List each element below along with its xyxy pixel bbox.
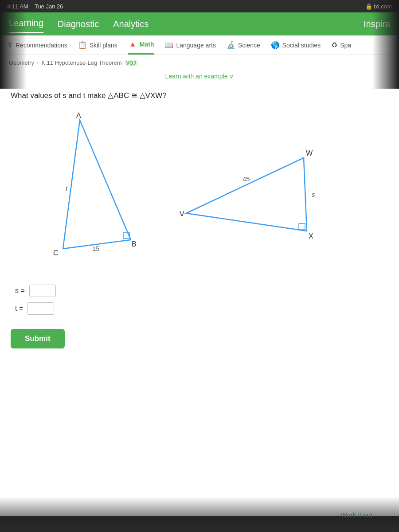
breadcrumb-subject: Geometry	[9, 59, 34, 66]
spa-icon: ♻	[331, 41, 337, 49]
diagram-area: A B C t 15 V W X	[11, 109, 388, 278]
label-A: A	[76, 112, 81, 119]
learn-example-link[interactable]: Learn with an example	[165, 73, 234, 80]
science-icon: 🔬	[227, 41, 235, 49]
diagram-svg: A B C t 15 V W X	[11, 109, 388, 278]
label-V: V	[180, 210, 184, 218]
triangle-vxw	[186, 158, 307, 231]
status-domain: 🔒 ixl.com	[365, 3, 392, 10]
input-section: s = t =	[11, 285, 388, 315]
triangle-abc	[63, 120, 131, 249]
subnav-languagearts[interactable]: 📖 Language arts	[164, 36, 216, 54]
math-icon: 🔺	[128, 40, 137, 49]
subnav-spa[interactable]: ♻ Spa	[331, 36, 351, 54]
sub-nav: ⇧ Recommendations 📋 Skill plans 🔺 Math 📖…	[0, 35, 399, 55]
s-input-row: s =	[15, 285, 388, 297]
nav-analytics[interactable]: Analytics	[113, 16, 149, 33]
label-B: B	[132, 240, 137, 248]
label-15: 15	[92, 245, 100, 252]
app-container: Learning Diagnostic Analytics Inspira ⇧ …	[0, 12, 399, 516]
breadcrumb-lesson: K.11 Hypotenuse-Leg Theorem	[41, 59, 121, 66]
nav-diagnostic[interactable]: Diagnostic	[58, 16, 99, 33]
breadcrumb: Geometry › K.11 Hypotenuse-Leg Theorem V…	[0, 55, 399, 70]
subnav-skillplans[interactable]: 📋 Skill plans	[78, 36, 117, 54]
s-label: s =	[15, 287, 25, 295]
nav-learning[interactable]: Learning	[9, 15, 43, 33]
main-content: What values of s and t make △ABC ≅ △VXW?…	[0, 86, 399, 354]
top-nav: Learning Diagnostic Analytics Inspira	[0, 12, 399, 35]
question-text: What values of s and t make △ABC ≅ △VXW?	[11, 91, 388, 100]
subnav-recommendations[interactable]: ⇧ Recommendations	[7, 36, 67, 54]
label-W: W	[306, 149, 313, 157]
recommendations-icon: ⇧	[7, 41, 13, 49]
right-angle-vxw	[299, 223, 305, 230]
label-X: X	[309, 232, 313, 240]
socialstudies-icon: 🌎	[271, 41, 280, 49]
status-bar: 4:11 AM Tue Jan 26 🔒 ixl.com	[0, 0, 399, 12]
subnav-math[interactable]: 🔺 Math	[128, 36, 154, 55]
s-input[interactable]	[29, 285, 56, 297]
label-t: t	[66, 185, 68, 192]
nav-inspira[interactable]: Inspira	[364, 19, 390, 29]
label-45: 45	[243, 175, 250, 183]
t-input[interactable]	[27, 302, 54, 315]
breadcrumb-code: VQJ	[125, 60, 138, 66]
status-time-date: 4:11 AM Tue Jan 26	[7, 3, 63, 10]
submit-button[interactable]: Submit	[11, 329, 65, 348]
breadcrumb-sep1: ›	[37, 59, 39, 66]
label-s: s	[312, 191, 315, 198]
skillplans-icon: 📋	[78, 41, 87, 49]
subnav-science[interactable]: 🔬 Science	[227, 36, 260, 54]
t-label: t =	[15, 305, 23, 313]
subnav-socialstudies[interactable]: 🌎 Social studies	[271, 36, 321, 54]
label-C: C	[53, 249, 59, 257]
languagearts-icon: 📖	[164, 41, 173, 49]
learn-example: Learn with an example	[0, 70, 399, 86]
work-it-out-link[interactable]: Work it out	[341, 511, 372, 519]
t-input-row: t =	[15, 302, 388, 315]
